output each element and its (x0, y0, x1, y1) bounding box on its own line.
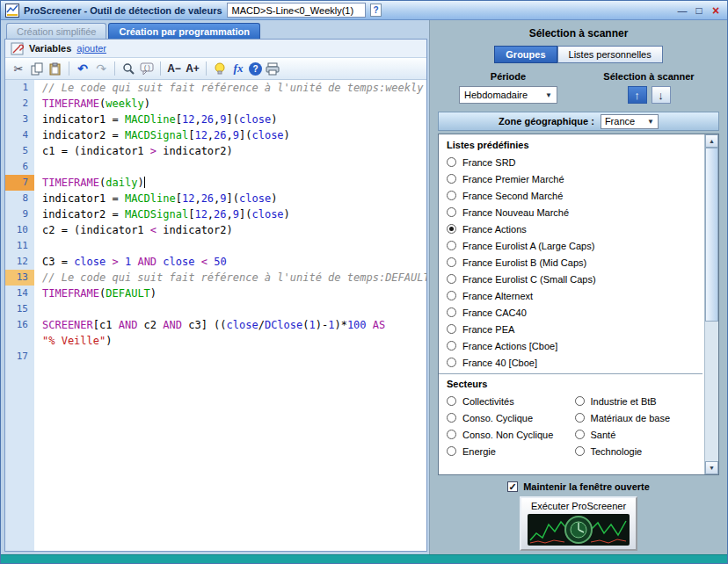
minimize-button[interactable]: — (675, 4, 689, 17)
code-line[interactable]: 16SCREENER[c1 AND c2 AND c3] ((close/DCl… (5, 317, 426, 333)
code-line[interactable]: 15 (5, 301, 426, 317)
radio-item[interactable]: Conso. Cyclique (447, 409, 575, 426)
groupes-button[interactable]: Groupes (494, 46, 557, 63)
code-line[interactable]: 8indicator1 = MACDline[12,26,9](close) (5, 191, 426, 206)
radio-icon (447, 174, 456, 184)
code-token: c2 (137, 319, 163, 331)
sectors-column-2: Industrie et BtBMatériaux de baseSantéTe… (575, 393, 703, 459)
radio-item[interactable]: Industrie et BtB (575, 393, 703, 409)
close-button[interactable]: × (709, 4, 723, 17)
line-number: 4 (5, 127, 34, 143)
tab-creation-simplifiee[interactable]: Création simplifiée (6, 23, 106, 39)
help-doc-icon[interactable]: ? (370, 4, 382, 17)
keep-open-checkbox[interactable]: ✓ (507, 481, 518, 492)
font-decrease-icon[interactable]: A− (166, 61, 182, 77)
add-variable-link[interactable]: ajouter (76, 43, 106, 54)
code-line[interactable]: 11 (5, 238, 426, 254)
radio-item[interactable]: Energie (447, 443, 575, 459)
print-icon[interactable] (265, 61, 280, 77)
paste-icon[interactable] (47, 61, 63, 77)
move-up-button[interactable]: ↑ (628, 86, 647, 104)
line-number: 11 (5, 238, 34, 254)
radio-item[interactable]: Santé (575, 426, 703, 443)
code-token: 26 (201, 113, 214, 126)
keep-open-row[interactable]: ✓ Maintenir la fenêtre ouverte (507, 481, 650, 492)
radio-item[interactable]: France CAC40 (447, 304, 703, 321)
radio-label: France PEA (462, 324, 514, 335)
code-line[interactable]: 5c1 = (indicator1 > indicator2) (5, 143, 426, 159)
radio-item[interactable]: France Eurolist A (Large Caps) (447, 237, 703, 254)
code-editor[interactable]: 1// Le code qui suit fait référence à l'… (5, 80, 426, 551)
listes-personnelles-button[interactable]: Listes personnelles (557, 46, 663, 63)
move-down-button[interactable]: ↓ (652, 86, 671, 104)
radio-item[interactable]: France PEA (447, 321, 703, 337)
zone-dropdown[interactable]: France ▼ (601, 114, 659, 129)
code-line[interactable]: 4indicator2 = MACDSignal[12,26,9](close) (5, 127, 426, 143)
copy-icon[interactable] (29, 61, 45, 77)
code-line[interactable]: 9indicator2 = MACDSignal[12,26,9](close) (5, 206, 426, 222)
scrollbar-track[interactable] (705, 148, 718, 461)
font-increase-icon[interactable]: A+ (185, 61, 200, 77)
code-token: close (251, 208, 283, 221)
radio-label: France Actions [Cboe] (462, 341, 557, 351)
code-line[interactable]: 17 (5, 349, 426, 365)
cut-icon[interactable]: ✂ (11, 61, 26, 77)
undo-icon[interactable]: ↶ (75, 61, 91, 77)
code-text: c2 = (indicator1 < indicator2) (34, 222, 233, 238)
radio-item[interactable]: France 40 [Cboe] (447, 354, 703, 371)
screener-name-field[interactable]: MACD>S-Line<0_Weekly(1) (227, 3, 366, 18)
radio-item[interactable]: France SRD (447, 154, 703, 170)
radio-item[interactable]: Collectivités (447, 393, 575, 409)
radio-item[interactable]: Conso. Non Cyclique (447, 426, 575, 443)
execute-proscreener-button[interactable]: Exécuter ProScreener (520, 496, 637, 551)
radio-item[interactable]: Matériaux de base (575, 409, 703, 426)
maximize-button[interactable]: □ (692, 4, 706, 17)
search-icon[interactable] (120, 61, 136, 77)
code-text (34, 349, 42, 365)
periode-label: Période (491, 71, 526, 82)
radio-item[interactable]: France Actions (447, 221, 703, 237)
radio-item[interactable]: France Actions [Cboe] (447, 337, 703, 354)
code-line[interactable]: "% Veille") (5, 333, 426, 349)
radio-item[interactable]: France Nouveau Marché (447, 204, 703, 221)
comment-icon[interactable]: ( ) (139, 61, 155, 77)
redo-icon[interactable]: ↷ (93, 61, 109, 77)
radio-label: France Eurolist C (Small Caps) (462, 274, 596, 285)
code-line[interactable]: 7TIMEFRAME(daily) (5, 175, 426, 191)
help-icon[interactable]: ? (249, 62, 262, 76)
radio-item[interactable]: France Eurolist C (Small Caps) (447, 271, 703, 287)
code-text: TIMEFRAME(DEFAULT) (34, 286, 157, 301)
zone-geographique-bar: Zone géographique : France ▼ (438, 112, 719, 131)
radio-item[interactable]: France Eurolist B (Mid Caps) (447, 254, 703, 271)
code-line[interactable]: 6 (5, 159, 426, 175)
code-text: TIMEFRAME(daily) (34, 175, 145, 191)
list-scrollbar[interactable]: ▲ ▼ (704, 134, 718, 474)
code-line[interactable]: 2TIMEFRAME(weekly) (5, 96, 426, 112)
radio-item[interactable]: France Second Marché (447, 187, 703, 204)
scroll-down-icon[interactable]: ▼ (705, 461, 718, 474)
radio-item[interactable]: Technologie (575, 443, 703, 459)
radio-icon (447, 341, 456, 351)
periode-dropdown[interactable]: Hebdomadaire ▼ (459, 86, 557, 104)
scrollbar-thumb[interactable] (705, 148, 718, 322)
functions-icon[interactable]: fx (230, 61, 246, 77)
code-line[interactable]: 1// Le code qui suit fait référence à l'… (5, 80, 426, 96)
scroll-up-icon[interactable]: ▲ (705, 134, 718, 148)
code-token: close (239, 113, 271, 126)
radio-item[interactable]: France Premier Marché (447, 170, 703, 187)
code-line[interactable]: 10c2 = (indicator1 < indicator2) (5, 222, 426, 238)
hint-lightbulb-icon[interactable] (212, 61, 228, 77)
sectors-column-1: CollectivitésConso. CycliqueConso. Non C… (447, 393, 575, 459)
radio-item[interactable]: France Alternext (447, 287, 703, 304)
code-line[interactable]: 14TIMEFRAME(DEFAULT) (5, 286, 426, 301)
code-line[interactable]: 3indicator1 = MACDline[12,26,9](close) (5, 112, 426, 127)
code-line[interactable]: 12C3 = close > 1 AND close < 50 (5, 254, 426, 270)
line-number: 16 (5, 317, 34, 333)
editor-tabs: Création simplifiée Création par program… (4, 23, 427, 39)
radio-label: France Alternext (462, 291, 533, 301)
line-number: 8 (5, 191, 34, 206)
code-token: 12 (194, 208, 207, 221)
tab-creation-par-programmation[interactable]: Création par programmation (108, 23, 260, 39)
variables-bar: Variables ajouter (5, 40, 426, 58)
code-line[interactable]: 13// Le code qui suit fait référence à l… (5, 270, 426, 286)
